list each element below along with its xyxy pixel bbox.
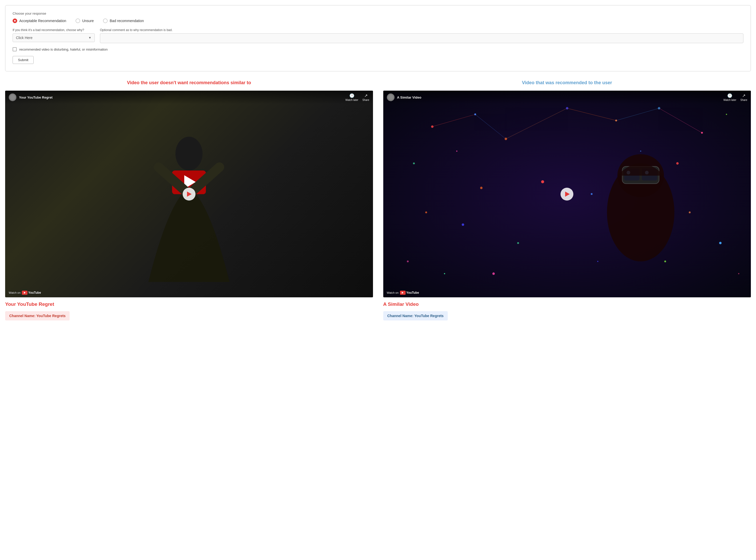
right-watch-later-btn[interactable]: 🕐 Watch later (723, 93, 736, 101)
svg-point-10 (615, 120, 617, 121)
left-yt-text: YouTube (28, 291, 41, 295)
videos-section: Video the user doesn't want recommendati… (5, 80, 751, 320)
right-channel-avatar (387, 94, 394, 101)
left-yt-play-icon (24, 292, 26, 294)
left-share-btn[interactable]: ↗ Share (363, 93, 369, 101)
right-watch-later-label: Watch later (723, 99, 736, 101)
radio-circle-acceptable (13, 19, 17, 23)
svg-point-20 (689, 212, 691, 213)
left-watch-later-btn[interactable]: 🕐 Watch later (346, 93, 358, 101)
right-clock-icon: 🕐 (727, 93, 732, 98)
right-col-header: Video that was recommended to the user (383, 80, 751, 86)
right-video-actions: 🕐 Watch later ↗ Share (723, 93, 747, 101)
right-video-title-bar: A Similar Video (387, 94, 422, 101)
right-video-overlay: A Similar Video 🕐 Watch later ↗ Share (383, 91, 751, 104)
svg-point-15 (640, 151, 641, 152)
svg-point-14 (676, 162, 679, 165)
disturbing-checkbox[interactable] (13, 47, 17, 51)
left-video-thumbnail[interactable]: Your YouTube Regret 🕐 Watch later ↗ Shar… (5, 91, 373, 297)
left-channel-badge: Channel Name: YouTube Regrets (5, 311, 70, 320)
radio-group: Acceptable Recommendation Unsure Bad rec… (13, 19, 743, 23)
left-video-title-link[interactable]: Your YouTube Regret (5, 301, 373, 307)
bad-rec-comment-wrap: Optional comment as to why recommendatio… (100, 28, 743, 43)
bad-rec-row: If you think it's a bad recommendation, … (13, 28, 743, 43)
svg-point-37 (541, 180, 544, 183)
left-video-title-text: Your YouTube Regret (19, 96, 53, 99)
svg-point-40 (517, 242, 519, 244)
left-yt-icon (22, 291, 27, 295)
svg-point-35 (626, 171, 630, 174)
left-yt-logo: YouTube (22, 291, 41, 295)
left-yt-watermark: Watch on YouTube (9, 291, 41, 295)
radio-bad[interactable]: Bad recommendation (103, 19, 144, 23)
svg-point-8 (456, 151, 457, 152)
radio-label-unsure: Unsure (82, 19, 94, 23)
left-share-label: Share (363, 99, 369, 101)
svg-point-18 (407, 261, 408, 262)
share-icon: ↗ (364, 93, 368, 98)
right-video-title-link[interactable]: A Similar Video (383, 301, 751, 307)
checkbox-row: recommended video is disturbing, hateful… (13, 47, 743, 51)
svg-point-19 (444, 273, 445, 275)
right-yt-icon (400, 291, 406, 295)
left-channel-avatar (9, 94, 16, 101)
right-play-button[interactable] (561, 188, 573, 201)
comment-label: Optional comment as to why recommendatio… (100, 28, 743, 32)
right-yt-watermark: Watch on YouTube (387, 291, 419, 295)
radio-label-acceptable: Acceptable Recommendation (19, 19, 66, 23)
right-share-btn[interactable]: ↗ Share (740, 93, 747, 101)
svg-point-17 (462, 223, 464, 226)
left-watch-later-label: Watch later (346, 99, 358, 101)
right-share-icon: ↗ (742, 93, 745, 98)
svg-point-7 (413, 162, 414, 164)
clock-icon: 🕐 (349, 93, 354, 98)
right-video-thumbnail[interactable]: A Similar Video 🕐 Watch later ↗ Share (383, 91, 751, 297)
svg-point-22 (738, 273, 739, 275)
svg-point-41 (492, 273, 495, 275)
right-play-triangle-icon (565, 192, 570, 197)
radio-label-bad: Bad recommendation (110, 19, 144, 23)
dropdown-placeholder: Click Here (16, 36, 33, 40)
left-video-column: Video the user doesn't want recommendati… (5, 80, 373, 320)
radio-acceptable[interactable]: Acceptable Recommendation (13, 19, 66, 23)
right-yt-logo: YouTube (400, 291, 419, 295)
radio-circle-unsure (76, 19, 80, 23)
left-col-header: Video the user doesn't want recommendati… (5, 80, 373, 86)
svg-point-13 (726, 114, 727, 115)
svg-point-21 (719, 242, 722, 244)
submit-button[interactable]: Submit (13, 56, 34, 64)
right-yt-text: YouTube (406, 291, 419, 295)
dropdown-arrow-icon: ▼ (89, 36, 92, 40)
svg-point-2 (175, 137, 202, 171)
bad-rec-label: If you think it's a bad recommendation, … (13, 28, 95, 32)
left-play-button[interactable] (183, 188, 195, 201)
svg-point-38 (590, 193, 593, 195)
right-video-title-text: A Similar Video (397, 96, 422, 99)
left-video-title-bar: Your YouTube Regret (9, 94, 53, 101)
comment-input[interactable] (100, 33, 743, 43)
radio-unsure[interactable]: Unsure (76, 19, 94, 23)
right-channel-badge: Channel Name: YouTube Regrets (383, 311, 448, 320)
left-watch-on-text: Watch on (9, 291, 21, 294)
survey-box: Choose your response Acceptable Recommen… (5, 5, 751, 72)
svg-point-16 (425, 212, 427, 213)
left-play-triangle-icon (187, 192, 192, 197)
svg-point-23 (664, 261, 666, 262)
left-video-overlay: Your YouTube Regret 🕐 Watch later ↗ Shar… (5, 91, 373, 104)
bad-rec-dropdown[interactable]: Click Here ▼ (13, 33, 95, 42)
right-yt-play-icon (402, 292, 404, 294)
right-share-label: Share (740, 99, 747, 101)
right-video-column: Video that was recommended to the user (383, 80, 751, 320)
radio-circle-bad (103, 19, 108, 23)
bad-rec-select-wrap: If you think it's a bad recommendation, … (13, 28, 95, 43)
svg-point-42 (597, 261, 598, 262)
svg-point-36 (645, 171, 648, 174)
left-video-actions: 🕐 Watch later ↗ Share (346, 93, 369, 101)
right-watch-on-text: Watch on (387, 291, 399, 294)
checkbox-label: recommended video is disturbing, hateful… (19, 47, 108, 51)
svg-point-39 (480, 187, 482, 189)
choose-response-label: Choose your response (13, 12, 743, 15)
